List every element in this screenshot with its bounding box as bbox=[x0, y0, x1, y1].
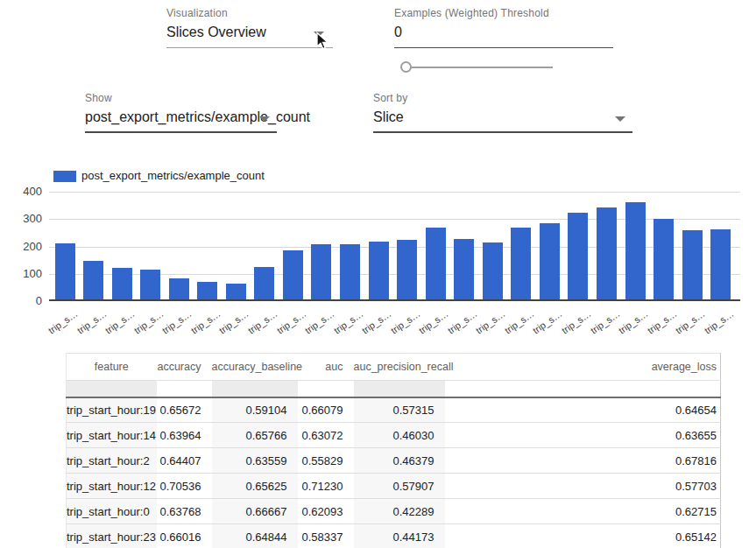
metric-cell: 0.63964 bbox=[157, 423, 212, 448]
y-axis-tick-label: 300 bbox=[0, 212, 42, 225]
chart-bar[interactable] bbox=[397, 240, 417, 299]
field-underline bbox=[394, 47, 613, 48]
chart-bar[interactable] bbox=[654, 219, 674, 299]
column-header-auc_precision_recall[interactable]: auc_precision_recall bbox=[354, 354, 445, 381]
gridline bbox=[49, 192, 740, 193]
table-row[interactable]: trip_start_hour:190.656720.591040.660790… bbox=[67, 397, 721, 423]
feature-cell: trip_start_hour:0 bbox=[67, 499, 157, 524]
threshold-slider[interactable] bbox=[400, 61, 555, 74]
x-axis-tick-label: trip_s… bbox=[446, 308, 479, 336]
chart-bar[interactable] bbox=[140, 270, 160, 299]
slider-track[interactable] bbox=[406, 67, 553, 68]
filter-cell[interactable] bbox=[67, 381, 157, 397]
sort-by-label: Sort by bbox=[373, 92, 632, 104]
chart-bar[interactable] bbox=[283, 250, 303, 299]
x-axis-tick-label: trip_s… bbox=[474, 308, 507, 336]
visualization-label: Visualization bbox=[166, 7, 333, 19]
x-axis-tick-label: trip_s… bbox=[46, 308, 80, 336]
chart-bar[interactable] bbox=[226, 284, 246, 299]
x-axis-tick-label: trip_s… bbox=[389, 308, 422, 336]
chart-bar[interactable] bbox=[197, 282, 217, 299]
x-axis-tick-label: trip_s… bbox=[360, 308, 393, 336]
chevron-down-icon[interactable] bbox=[615, 116, 625, 122]
metric-cell: 0.57315 bbox=[354, 397, 445, 423]
sort-by-select[interactable]: Sort by Slice bbox=[373, 92, 632, 133]
visualization-value: Slices Overview bbox=[166, 25, 333, 46]
chart-bar[interactable] bbox=[710, 229, 731, 299]
field-underline bbox=[166, 47, 333, 48]
y-axis-tick-label: 200 bbox=[0, 240, 42, 253]
metric-cell: 0.62093 bbox=[298, 499, 354, 524]
metric-cell: 0.70536 bbox=[157, 474, 212, 499]
table-row[interactable]: trip_start_hour:00.637680.666670.620930.… bbox=[67, 499, 721, 524]
x-axis-tick-label: trip_s… bbox=[160, 308, 194, 336]
filter-cell[interactable] bbox=[157, 381, 212, 397]
table-row[interactable]: trip_start_hour:120.705360.656250.712300… bbox=[67, 474, 721, 499]
chart-bar[interactable] bbox=[625, 202, 646, 299]
column-header-feature[interactable]: feature bbox=[67, 354, 157, 381]
metric-cell: 0.66667 bbox=[212, 499, 298, 524]
chart-bar[interactable] bbox=[454, 239, 474, 299]
x-axis-tick-label: trip_s… bbox=[531, 308, 564, 336]
legend-label: post_export_metrics/example_count bbox=[81, 169, 265, 182]
field-underline bbox=[373, 131, 632, 133]
threshold-input[interactable]: Examples (Weighted) Threshold 0 bbox=[394, 7, 613, 48]
chart-bar[interactable] bbox=[83, 261, 103, 299]
metric-cell: 0.65672 bbox=[157, 397, 212, 423]
chart-bar[interactable] bbox=[369, 242, 389, 299]
table-body: trip_start_hour:190.656720.591040.660790… bbox=[67, 397, 721, 548]
y-axis-tick-label: 400 bbox=[0, 185, 42, 198]
chevron-down-icon[interactable] bbox=[259, 116, 270, 122]
metric-cell: 0.46030 bbox=[354, 423, 445, 448]
table-row[interactable]: trip_start_hour:230.660160.648440.583370… bbox=[67, 524, 721, 548]
chart-bar[interactable] bbox=[169, 278, 189, 299]
chart-bar[interactable] bbox=[254, 267, 274, 300]
x-axis-tick-label: trip_s… bbox=[503, 308, 536, 336]
column-header-accuracy[interactable]: accuracy bbox=[157, 354, 212, 381]
x-axis-tick-label: trip_s… bbox=[189, 308, 223, 336]
metric-cell: 0.46379 bbox=[354, 448, 445, 474]
column-header-accuracy_baseline[interactable]: accuracy_baseline bbox=[212, 354, 298, 381]
metric-cell: 0.64844 bbox=[212, 524, 298, 548]
field-underline bbox=[85, 131, 277, 133]
feature-cell: trip_start_hour:12 bbox=[67, 474, 157, 499]
show-value: post_export_metrics/example_count bbox=[85, 109, 277, 130]
chart-bar[interactable] bbox=[568, 213, 588, 299]
column-header-auc[interactable]: auc bbox=[298, 354, 354, 381]
chart-bar[interactable] bbox=[340, 244, 360, 299]
table-header-row: featureaccuracyaccuracy_baselineaucauc_p… bbox=[67, 354, 721, 381]
visualization-select[interactable]: Visualization Slices Overview bbox=[166, 7, 333, 48]
column-header-average_loss[interactable]: average_loss bbox=[445, 354, 721, 381]
metric-cell: 0.64407 bbox=[157, 448, 212, 474]
chart-bar[interactable] bbox=[682, 230, 703, 299]
x-axis-tick-label: trip_s… bbox=[217, 308, 251, 336]
metric-cell: 0.66079 bbox=[298, 397, 354, 423]
chart-bar[interactable] bbox=[540, 223, 560, 299]
chart-bar[interactable] bbox=[311, 244, 331, 299]
chart-bar[interactable] bbox=[483, 242, 503, 299]
threshold-value: 0 bbox=[394, 25, 613, 46]
x-axis-tick-label: trip_s… bbox=[246, 308, 279, 336]
chart-plot bbox=[49, 192, 740, 301]
table-row[interactable]: trip_start_hour:140.639640.657660.630720… bbox=[67, 423, 721, 448]
chart-bar[interactable] bbox=[597, 207, 617, 299]
metric-cell: 0.67816 bbox=[445, 448, 721, 474]
metric-cell: 0.71230 bbox=[298, 474, 354, 499]
x-axis-tick-label: trip_s… bbox=[588, 308, 621, 336]
show-label: Show bbox=[85, 92, 277, 104]
filter-cell[interactable] bbox=[445, 381, 721, 397]
metric-cell: 0.57703 bbox=[445, 474, 721, 499]
slider-thumb[interactable] bbox=[400, 61, 412, 73]
filter-cell[interactable] bbox=[212, 381, 298, 397]
filter-cell[interactable] bbox=[354, 381, 445, 397]
threshold-label: Examples (Weighted) Threshold bbox=[394, 7, 613, 19]
filter-cell[interactable] bbox=[298, 381, 354, 397]
table-row[interactable]: trip_start_hour:20.644070.635590.558290.… bbox=[67, 448, 721, 474]
chart-bar[interactable] bbox=[55, 243, 75, 299]
chart-bar[interactable] bbox=[426, 228, 446, 299]
chart-bar[interactable] bbox=[511, 228, 531, 299]
feature-cell: trip_start_hour:19 bbox=[67, 397, 157, 423]
metric-cell: 0.63559 bbox=[212, 448, 298, 474]
chart-bar[interactable] bbox=[112, 268, 132, 299]
show-select[interactable]: Show post_export_metrics/example_count bbox=[85, 92, 277, 133]
